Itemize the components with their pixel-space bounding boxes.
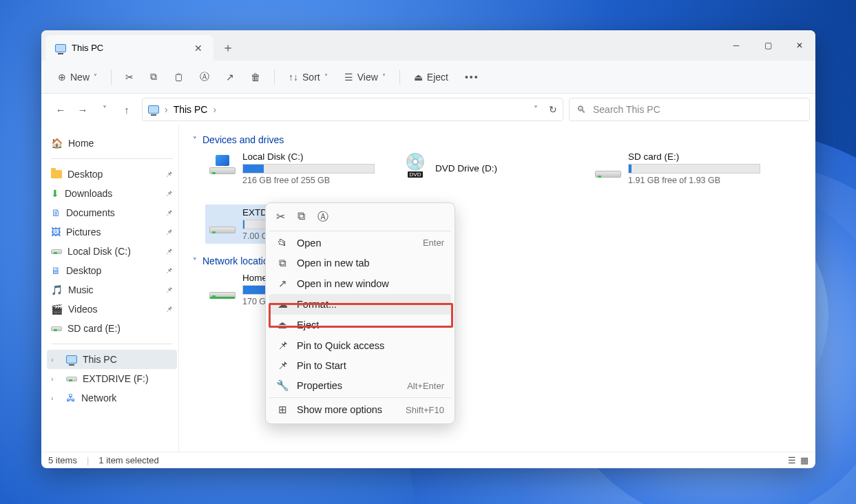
ctx-cut-button[interactable]: ✂ [276,210,285,224]
up-button[interactable]: ↑ [117,100,136,119]
maximize-button[interactable]: ▢ [752,30,784,61]
drive-dvd-d[interactable]: 💿DVD DVD Drive (D:) [398,149,570,188]
address-history-button[interactable]: ˅ [534,105,538,114]
address-bar[interactable]: › This PC › ˅ ↻ [142,98,563,121]
format-icon: ☁ [276,298,289,311]
tab-this-pc[interactable]: This PC ✕ [45,35,213,61]
ctx-open[interactable]: 📂︎OpenEnter [269,233,451,253]
ctx-format[interactable]: ☁Format... [269,294,451,315]
more-button[interactable]: ••• [459,68,485,86]
sidebar-item-network[interactable]: ›🖧Network [47,388,177,408]
sidebar-item-desktop[interactable]: Desktop📌︎ [47,165,177,184]
folder-open-icon: 📂︎ [276,237,289,249]
toolbar: ⊕ New ˅ ✂ ⧉ 📋︎ Ⓐ ↗ 🗑︎ ↑↓Sort˅ ☰View˅ ⏏Ej… [41,61,815,94]
sidebar-item-sdcard[interactable]: SD card (E:) [47,319,177,338]
sidebar-label: Documents [66,207,115,218]
sort-button[interactable]: ↑↓Sort˅ [283,68,333,86]
tab-close-button[interactable]: ✕ [190,40,207,56]
group-devices-header[interactable]: ˅Devices and drives [193,131,802,149]
close-window-button[interactable]: ✕ [784,30,815,61]
refresh-button[interactable]: ↻ [549,104,557,115]
drive-icon [51,249,62,254]
sidebar-item-this-pc[interactable]: ›This PC [47,350,177,369]
more-icon: ⊞ [276,403,289,416]
sidebar-item-documents[interactable]: 🗎Documents📌︎ [47,203,177,222]
chevron-right-icon[interactable]: › [51,394,61,402]
share-button[interactable]: ↗ [220,68,240,86]
back-button[interactable]: ← [51,100,70,119]
ctx-open-new-window[interactable]: ↗Open in new window [269,273,451,294]
minimize-button[interactable]: ─ [720,30,752,61]
new-button[interactable]: ⊕ New ˅ [52,68,103,86]
videos-icon: 🎬 [51,304,63,315]
recent-button[interactable]: ˅ [95,100,114,119]
ctx-pin-start[interactable]: 📌︎Pin to Start [269,355,451,375]
ctx-hint: Shift+F10 [406,405,444,415]
breadcrumb-this-pc[interactable]: This PC [174,104,208,115]
group-label: Devices and drives [202,134,284,145]
ctx-show-more[interactable]: ⊞Show more optionsShift+F10 [269,399,451,420]
search-placeholder: Search This PC [593,104,660,115]
ctx-properties[interactable]: 🔧PropertiesAlt+Enter [269,375,451,396]
chevron-right-icon[interactable]: › [51,355,61,364]
eject-button[interactable]: ⏏Eject [408,68,454,86]
sidebar-item-extdrive[interactable]: ›EXTDRIVE (F:) [47,369,177,388]
pc-icon [55,44,66,52]
new-tab-icon: ⧉ [276,257,289,269]
breadcrumb-sep: › [165,104,168,115]
pin-icon: 📌︎ [165,305,173,313]
sidebar-label: Local Disk (C:) [67,246,131,257]
ctx-hint: Alt+Enter [407,381,444,391]
pc-icon [66,355,77,364]
sidebar-item-local-disk[interactable]: Local Disk (C:)📌︎ [47,242,177,261]
sidebar-label: Music [68,284,94,295]
context-menu: ✂ ⧉ Ⓐ 📂︎OpenEnter ⧉Open in new tab ↗Open… [265,202,455,424]
sidebar-item-music[interactable]: 🎵Music📌︎ [47,280,177,300]
drive-capacity-bar [628,164,760,174]
windows-icon [216,155,229,166]
cut-button[interactable]: ✂ [120,68,139,86]
details-view-button[interactable]: ☰ [788,455,796,465]
pin-icon: 📌︎ [276,339,289,351]
delete-button[interactable]: 🗑︎ [245,68,266,86]
pin-icon: 📌︎ [276,359,289,371]
drive-local-disk-c[interactable]: Local Disk (C:)216 GB free of 255 GB [205,149,377,188]
ctx-label: Open in new tab [297,258,370,269]
chevron-right-icon[interactable]: › [51,375,61,383]
drive-sd-card-e[interactable]: SD card (E:)1.91 GB free of 1.93 GB [591,149,763,188]
ctx-rename-button[interactable]: Ⓐ [317,210,328,224]
sidebar-label: Downloads [65,188,112,199]
sidebar-item-desktop2[interactable]: 🖥︎Desktop📌︎ [47,261,177,280]
ctx-copy-button[interactable]: ⧉ [297,210,305,224]
ctx-eject[interactable]: ⏏Eject [269,315,451,335]
copy-button[interactable]: ⧉ [145,67,163,86]
ctx-open-new-tab[interactable]: ⧉Open in new tab [269,253,451,273]
folder-icon [51,170,62,178]
sidebar-label: Home [68,138,94,149]
sidebar-item-downloads[interactable]: ⬇Downloads📌︎ [47,184,177,203]
sidebar-label: Network [81,392,116,403]
rename-button[interactable]: Ⓐ [194,67,215,87]
desktop-icon: 🖥︎ [51,265,61,276]
status-bar: 5 items | 1 item selected ☰ ▦ [41,452,815,468]
drive-icon [51,326,62,331]
plus-circle-icon: ⊕ [58,72,66,83]
sidebar-item-videos[interactable]: 🎬Videos📌︎ [47,300,177,319]
view-button[interactable]: ☰View˅ [339,68,391,86]
pin-icon: 📌︎ [165,266,173,275]
titlebar: This PC ✕ ＋ ─ ▢ ✕ [41,30,815,61]
music-icon: 🎵 [51,284,63,295]
ctx-pin-quick-access[interactable]: 📌︎Pin to Quick access [269,335,451,355]
pin-icon: 📌︎ [165,286,173,294]
forward-button[interactable]: → [73,100,92,119]
drive-free-text: 1.91 GB free of 1.93 GB [628,176,760,185]
search-box[interactable]: 🔍︎ Search This PC [569,98,810,121]
status-selected-count: 1 item selected [98,455,158,465]
new-tab-button[interactable]: ＋ [216,36,240,59]
sidebar: 🏠 Home Desktop📌︎ ⬇Downloads📌︎ 🗎Documents… [41,125,179,452]
paste-button[interactable]: 📋︎ [168,68,189,86]
sidebar-item-pictures[interactable]: 🖼︎Pictures📌︎ [47,222,177,242]
tiles-view-button[interactable]: ▦ [800,455,808,465]
view-icon: ☰ [344,72,353,83]
sidebar-item-home[interactable]: 🏠 Home [47,134,177,153]
